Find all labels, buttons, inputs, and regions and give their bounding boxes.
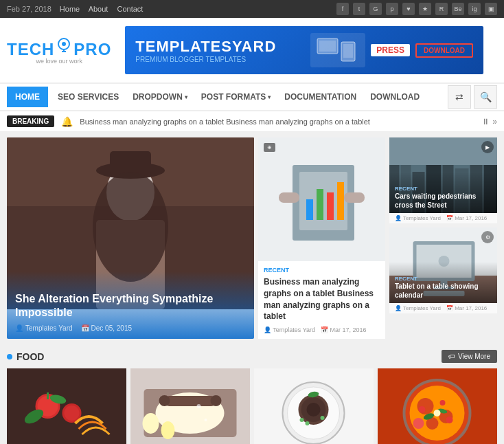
logo: TECHPRO we love our work	[7, 36, 111, 65]
right-top-icon[interactable]: ▶	[481, 141, 494, 153]
pinterest-icon[interactable]: p	[386, 3, 398, 15]
date-display: Feb 27, 2018	[7, 5, 51, 13]
svg-rect-23	[344, 192, 365, 203]
food-card-4-image	[378, 368, 497, 444]
svg-point-69	[307, 403, 321, 417]
featured-main-card[interactable]: She Alteration Everything Sympathize Imp…	[7, 137, 254, 339]
svg-point-62	[197, 404, 201, 408]
breaking-controls: ⏸ »	[481, 117, 497, 126]
svg-point-81	[419, 406, 426, 413]
svg-point-73	[321, 416, 325, 420]
featured-right-bottom-card[interactable]: RECENT Tablet on a table showing calenda…	[389, 227, 497, 313]
top-nav-about[interactable]: About	[89, 5, 108, 13]
featured-right-bottom-image: RECENT Tablet on a table showing calenda…	[389, 227, 497, 303]
food-grid: Sandwich with delicious cheeses and Tast…	[7, 368, 497, 444]
right-top-overlay: RECENT Cars waiting pedestrians cross th…	[389, 172, 497, 213]
ad-download-button[interactable]: DOWNLOAD	[415, 43, 473, 58]
food-card-2-image	[130, 368, 250, 444]
svg-rect-21	[337, 182, 344, 220]
search-icon[interactable]: 🔍	[474, 85, 497, 109]
center-author: 👤 Templates Yard	[264, 326, 315, 333]
svg-rect-13	[110, 151, 151, 175]
nav-seo-services[interactable]: SEO SERVICES	[51, 84, 126, 110]
svg-point-61	[161, 421, 175, 439]
food-card-4[interactable]: Contented get distrusts certainty nay ar…	[378, 368, 497, 444]
googleplus-icon[interactable]: G	[369, 3, 382, 15]
behance-icon[interactable]: Be	[452, 3, 464, 15]
center-date: 📅 Mar 17, 2016	[321, 326, 367, 333]
svg-rect-5	[319, 41, 336, 52]
rss-icon[interactable]: R	[435, 3, 448, 15]
ad-brand: TEMPLATESYARD	[135, 38, 276, 56]
svg-point-59	[211, 395, 222, 406]
next-icon[interactable]: »	[492, 117, 497, 126]
ad-right: PRESS DOWNLOAD	[310, 33, 473, 67]
right-bottom-icon[interactable]: ⚙	[481, 231, 494, 243]
svg-point-72	[306, 421, 310, 425]
section-dot	[7, 354, 12, 359]
grid-icon[interactable]: ▣	[485, 3, 497, 15]
right-bottom-overlay: RECENT Tablet on a table showing calenda…	[389, 262, 497, 303]
featured-main-author: 👤 Templates Yard	[15, 324, 73, 332]
nav-download[interactable]: DOWNLOAD	[363, 84, 426, 110]
nav-icon-buttons: ⇄ 🔍	[448, 85, 497, 109]
right-bottom-author: 👤 Templates Yard	[395, 305, 441, 311]
nav-home[interactable]: HOME	[7, 87, 48, 107]
food-card-1[interactable]: Sandwich with delicious cheeses and Tast…	[7, 368, 126, 444]
nav-dropdown[interactable]: DROPDOWN ▾	[126, 84, 194, 110]
shuffle-icon[interactable]: ⇄	[448, 85, 471, 109]
header-advertisement[interactable]: TEMPLATESYARD PREMIUM BLOGGER TEMPLATES …	[125, 26, 483, 74]
social-icons: f t G p ♥ ★ R Be ig ▣	[336, 3, 497, 15]
svg-point-71	[300, 418, 304, 422]
ad-press-label: PRESS	[371, 44, 410, 56]
main-content: She Alteration Everything Sympathize Imp…	[0, 132, 504, 444]
twitter-icon[interactable]: t	[353, 3, 365, 15]
right-top-meta: 👤 Templates Yard 📅 Mar 17, 2016	[389, 213, 497, 223]
food-card-2[interactable]: Cook preparing delicious Italian cheese …	[130, 368, 250, 444]
svg-rect-18	[306, 199, 313, 220]
facebook-icon[interactable]: f	[336, 3, 349, 15]
center-image-badge: ⊕	[264, 143, 275, 152]
svg-rect-7	[343, 44, 353, 58]
heart-icon[interactable]: ♥	[402, 3, 415, 15]
svg-rect-57	[165, 396, 216, 406]
ad-text: TEMPLATESYARD PREMIUM BLOGGER TEMPLATES	[135, 38, 276, 63]
food-section: FOOD 🏷 View More	[7, 344, 497, 444]
star-icon[interactable]: ★	[419, 3, 431, 15]
main-nav: HOME SEO SERVICES DROPDOWN ▾ POST FORMAT…	[0, 83, 504, 111]
logo-text: TECHPRO	[7, 36, 111, 59]
svg-point-87	[434, 410, 441, 417]
view-more-button[interactable]: 🏷 View More	[442, 350, 497, 363]
featured-main-overlay: She Alteration Everything Sympathize Imp…	[7, 271, 254, 340]
featured-right-top-image: RECENT Cars waiting pedestrians cross th…	[389, 137, 497, 213]
svg-point-3	[62, 42, 66, 46]
svg-point-83	[446, 417, 453, 423]
svg-point-58	[159, 395, 170, 406]
logo-tagline: we love our work	[7, 58, 111, 65]
section-title: FOOD	[7, 351, 44, 362]
featured-center-image: ⊕	[258, 137, 385, 261]
featured-right-top-card[interactable]: RECENT Cars waiting pedestrians cross th…	[389, 137, 497, 223]
svg-rect-37	[389, 137, 497, 165]
food-card-1-image	[7, 368, 126, 444]
ad-tagline: PREMIUM BLOGGER TEMPLATES	[135, 56, 276, 63]
top-nav-home[interactable]: Home	[60, 5, 80, 13]
center-title: Business man analyzing graphs on a table…	[264, 276, 380, 322]
right-bottom-meta: 👤 Templates Yard 📅 Mar 17, 2016	[389, 303, 497, 313]
post-formats-chevron-icon: ▾	[268, 94, 271, 100]
right-top-tag: RECENT	[395, 186, 492, 192]
svg-rect-20	[327, 192, 334, 220]
instagram-icon[interactable]: ig	[468, 3, 481, 15]
featured-section: She Alteration Everything Sympathize Imp…	[7, 137, 497, 339]
food-card-3[interactable]: Ripe pumpkin in the middle of green gras…	[254, 368, 374, 444]
header: TECHPRO we love our work TEMPLATESYARD P…	[0, 18, 504, 83]
food-card-3-image	[254, 368, 374, 444]
nav-documentation[interactable]: DOCUMENTATION	[277, 84, 363, 110]
section-header: FOOD 🏷 View More	[7, 344, 497, 368]
top-nav-contact[interactable]: Contact	[117, 5, 143, 13]
nav-post-formats[interactable]: POST FORMATS ▾	[194, 84, 277, 110]
pause-icon[interactable]: ⏸	[481, 117, 490, 126]
logo-bulb-icon	[54, 36, 73, 55]
featured-main-title: She Alteration Everything Sympathize Imp…	[15, 292, 246, 321]
featured-main-meta: 👤 Templates Yard 📅 Dec 05, 2015	[15, 324, 246, 332]
